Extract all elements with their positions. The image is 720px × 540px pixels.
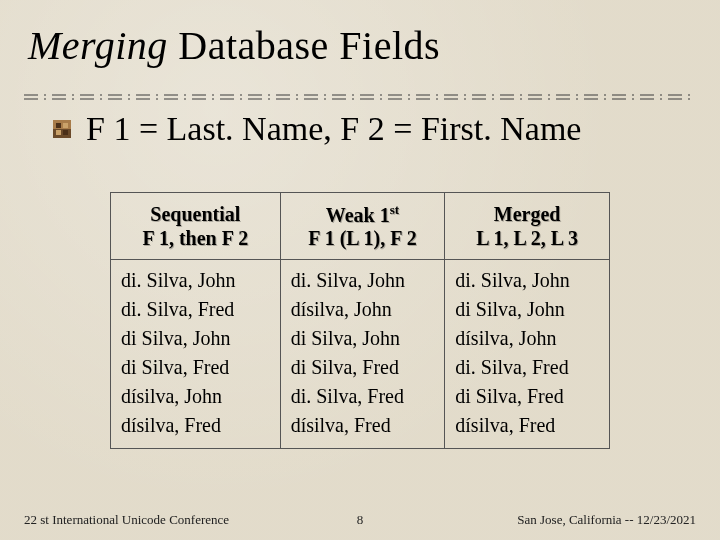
cell: dísilva, Fred (445, 411, 610, 449)
svg-rect-7 (63, 130, 68, 135)
svg-rect-5 (63, 123, 68, 128)
cell: di Silva, John (280, 324, 445, 353)
bullet-text: F 1 = Last. Name, F 2 = First. Name (86, 110, 581, 148)
svg-rect-4 (56, 123, 61, 128)
slide-footer: 22 st International Unicode Conference 8… (24, 512, 696, 528)
cell: di Silva, John (445, 295, 610, 324)
cell: di. Silva, Fred (445, 353, 610, 382)
cell: di Silva, Fred (445, 382, 610, 411)
cell: dísilva, John (280, 295, 445, 324)
table-row: di. Silva, John di. Silva, John di. Silv… (111, 260, 610, 296)
col-header-merged: Merged L 1, L 2, L 3 (445, 193, 610, 260)
cell: di. Silva, John (280, 260, 445, 296)
col-header-sequential: Sequential F 1, then F 2 (111, 193, 281, 260)
bullet-icon (52, 119, 72, 139)
col-header-weak: Weak 1st F 1 (L 1), F 2 (280, 193, 445, 260)
table-body: di. Silva, John di. Silva, John di. Silv… (111, 260, 610, 449)
cell: dísilva, John (445, 324, 610, 353)
slide-title: Merging Database Fields (28, 22, 440, 69)
cell: di. Silva, John (445, 260, 610, 296)
cell: di. Silva, John (111, 260, 281, 296)
cell: dísilva, John (111, 382, 281, 411)
cell: di Silva, Fred (111, 353, 281, 382)
cell: di. Silva, Fred (111, 295, 281, 324)
bullet-row: F 1 = Last. Name, F 2 = First. Name (52, 110, 581, 148)
table-row: dísilva, Fred dísilva, Fred dísilva, Fre… (111, 411, 610, 449)
cell: dísilva, Fred (111, 411, 281, 449)
table-row: di Silva, Fred di Silva, Fred di. Silva,… (111, 353, 610, 382)
comparison-table: Sequential F 1, then F 2 Weak 1st F 1 (L… (110, 192, 610, 449)
divider-line-icon (24, 94, 696, 100)
table-header-row: Sequential F 1, then F 2 Weak 1st F 1 (L… (111, 193, 610, 260)
title-rest: Database Fields (168, 23, 440, 68)
title-emphasis: Merging (28, 23, 168, 68)
slide-number: 8 (24, 512, 696, 528)
svg-rect-6 (56, 130, 61, 135)
cell: di Silva, Fred (280, 353, 445, 382)
slide: Merging Database Fields F 1 = Last. Name… (0, 0, 720, 540)
table-row: di Silva, John di Silva, John dísilva, J… (111, 324, 610, 353)
svg-rect-3 (53, 120, 71, 129)
table-row: di. Silva, Fred dísilva, John di Silva, … (111, 295, 610, 324)
cell: di. Silva, Fred (280, 382, 445, 411)
title-divider (24, 86, 696, 92)
table-row: dísilva, John di. Silva, Fred di Silva, … (111, 382, 610, 411)
cell: di Silva, John (111, 324, 281, 353)
cell: dísilva, Fred (280, 411, 445, 449)
